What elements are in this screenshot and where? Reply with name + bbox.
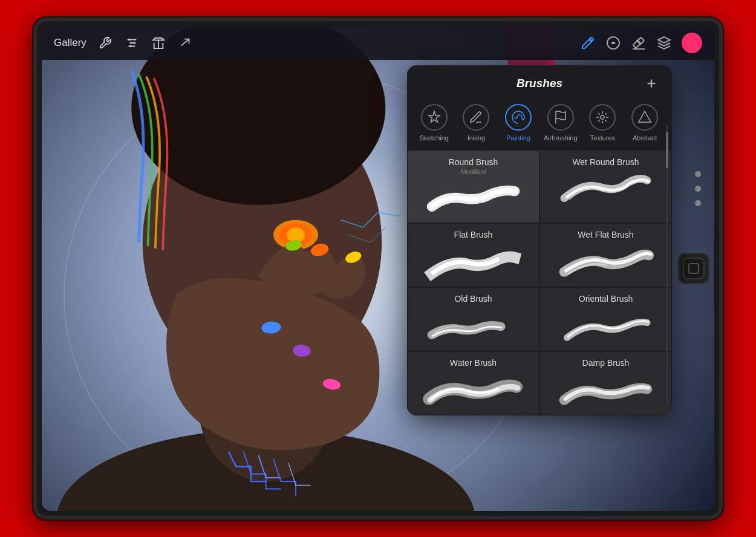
selection-icon[interactable] bbox=[151, 35, 166, 51]
panel-scrollbar[interactable] bbox=[666, 126, 668, 403]
category-inking[interactable]: Inking bbox=[458, 104, 494, 142]
power-button[interactable] bbox=[720, 160, 723, 173]
smudge-tool-icon[interactable] bbox=[605, 35, 621, 51]
home-button[interactable] bbox=[678, 253, 709, 284]
side-dot-2[interactable] bbox=[695, 186, 701, 192]
svg-marker-32 bbox=[639, 111, 651, 122]
brush-name: Round Brush bbox=[416, 157, 530, 167]
painting-label: Painting bbox=[506, 134, 530, 142]
brush-preview-damp bbox=[549, 371, 663, 410]
textures-icon bbox=[589, 104, 616, 131]
brushes-header: Brushes bbox=[407, 65, 672, 99]
brush-oriental-brush[interactable]: Oriental Brush bbox=[539, 287, 672, 351]
svg-point-22 bbox=[134, 42, 136, 44]
brush-name: Wet Round Brush bbox=[549, 157, 663, 167]
svg-point-23 bbox=[129, 45, 132, 48]
abstract-label: Abstract bbox=[633, 134, 657, 142]
category-painting[interactable]: Painting bbox=[500, 104, 536, 142]
brush-preview-old bbox=[416, 307, 530, 346]
brush-name: Old Brush bbox=[416, 294, 530, 304]
category-sketching[interactable]: Sketching bbox=[416, 104, 452, 142]
sketching-icon bbox=[421, 104, 448, 131]
side-button-bot bbox=[720, 427, 723, 434]
brush-preview-wet-round bbox=[549, 171, 663, 209]
category-abstract[interactable]: Abstract bbox=[627, 104, 663, 142]
brush-name: Water Brush bbox=[416, 358, 530, 368]
gallery-button[interactable]: Gallery bbox=[54, 37, 86, 49]
svg-line-25 bbox=[181, 39, 189, 46]
category-textures[interactable]: Textures bbox=[584, 104, 621, 142]
brush-preview-round bbox=[416, 179, 530, 218]
brush-tool-icon[interactable] bbox=[580, 35, 596, 51]
brushes-add-button[interactable] bbox=[643, 75, 660, 92]
side-dot-3[interactable] bbox=[695, 200, 701, 206]
brush-damp-brush[interactable]: Damp Brush bbox=[539, 351, 672, 415]
toolbar-right bbox=[580, 33, 702, 53]
brushes-panel: Brushes Sketching bbox=[407, 65, 672, 415]
adjust-icon[interactable] bbox=[124, 35, 140, 51]
brush-wet-flat-brush[interactable]: Wet Flat Brush bbox=[539, 223, 672, 287]
layers-icon[interactable] bbox=[656, 35, 672, 51]
tablet-frame: Gallery bbox=[33, 18, 723, 519]
svg-point-21 bbox=[128, 39, 130, 41]
sketching-label: Sketching bbox=[420, 134, 449, 142]
wrench-icon[interactable] bbox=[97, 35, 113, 51]
brush-name: Oriental Brush bbox=[549, 294, 663, 304]
brush-preview-wet-flat bbox=[549, 243, 663, 282]
airbrushing-label: Airbrushing bbox=[544, 134, 578, 142]
side-button-mid bbox=[720, 298, 723, 305]
textures-label: Textures bbox=[590, 134, 616, 142]
toolbar-left: Gallery bbox=[54, 35, 568, 51]
brush-preview-water bbox=[416, 371, 530, 410]
inking-icon bbox=[463, 104, 489, 131]
brush-preview-oriental bbox=[549, 307, 663, 346]
brush-flat-brush[interactable]: Flat Brush bbox=[407, 223, 539, 287]
brush-wet-round-brush[interactable]: Wet Round Brush bbox=[539, 151, 672, 223]
screen: Gallery bbox=[42, 26, 714, 511]
svg-point-31 bbox=[601, 116, 604, 119]
home-button-icon bbox=[688, 263, 699, 274]
brush-grid: Round Brush Modified Wet Ro bbox=[407, 151, 672, 415]
toolbar: Gallery bbox=[42, 26, 714, 60]
category-airbrushing[interactable]: Airbrushing bbox=[543, 104, 579, 142]
brush-water-brush[interactable]: Water Brush bbox=[407, 351, 539, 415]
brush-preview-flat bbox=[416, 243, 530, 282]
color-swatch[interactable] bbox=[682, 33, 702, 53]
brush-name: Flat Brush bbox=[416, 230, 530, 239]
brushes-title: Brushes bbox=[436, 77, 643, 90]
brush-categories: Sketching Inking bbox=[407, 99, 672, 151]
inking-label: Inking bbox=[468, 134, 485, 142]
brush-round-brush[interactable]: Round Brush Modified bbox=[407, 151, 539, 223]
brush-subtitle: Modified bbox=[416, 168, 530, 175]
airbrushing-icon bbox=[547, 104, 574, 131]
side-dot-1[interactable] bbox=[695, 171, 701, 177]
brush-old-brush[interactable]: Old Brush bbox=[407, 287, 539, 351]
painting-icon bbox=[505, 104, 532, 131]
scrollbar-thumb bbox=[666, 132, 668, 168]
eraser-tool-icon[interactable] bbox=[631, 35, 647, 51]
right-side-controls bbox=[695, 171, 701, 206]
transform-icon[interactable] bbox=[177, 35, 193, 51]
brush-name: Damp Brush bbox=[549, 358, 663, 368]
brush-name: Wet Flat Brush bbox=[549, 230, 663, 239]
svg-marker-27 bbox=[658, 37, 670, 43]
abstract-icon bbox=[631, 104, 658, 131]
volume-button[interactable] bbox=[33, 259, 36, 277]
home-button-inner bbox=[683, 258, 705, 279]
